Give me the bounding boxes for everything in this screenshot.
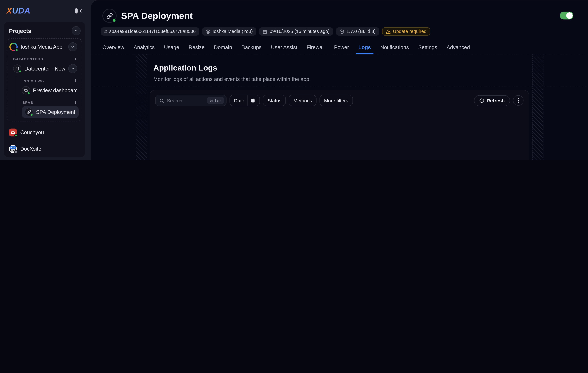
projects-collapse-button[interactable] bbox=[72, 26, 81, 35]
hatch-stripe-left bbox=[136, 54, 147, 160]
section-title: Application Logs bbox=[153, 63, 311, 72]
enter-key-hint: enter bbox=[207, 97, 224, 104]
tab-bar: Overview Analytics Usage Resize Domain B… bbox=[91, 40, 588, 54]
divider bbox=[247, 95, 248, 106]
tab-firewall[interactable]: Firewall bbox=[306, 44, 325, 50]
status-dot-green bbox=[27, 91, 30, 95]
sidebar-item-ioshka-media-app[interactable]: Ioshka Media App bbox=[9, 41, 77, 53]
sidebar-item-datacenter[interactable]: Datacenter - New Y... bbox=[9, 63, 77, 75]
docxsite-logo-icon: DOCX SITE bbox=[9, 145, 17, 153]
calendar-icon bbox=[251, 98, 255, 103]
tab-backups[interactable]: Backups bbox=[242, 44, 262, 50]
app-id-badge: # spa4e991fce0061147f153ef05a778a8506 bbox=[101, 27, 199, 36]
panel-menu-button[interactable] bbox=[513, 95, 523, 106]
sidebar: XUDA Projects Ioshka Media App bbox=[0, 0, 91, 160]
updated-date-badge: 09/16/2025 (16 minutes ago) bbox=[259, 27, 333, 36]
user-icon bbox=[205, 29, 210, 34]
sidebar-item-spa-deployment[interactable]: SPA Deployment bbox=[22, 106, 79, 118]
link-icon bbox=[25, 108, 33, 116]
hash-icon: # bbox=[104, 29, 107, 34]
tab-user-assist[interactable]: User Assist bbox=[271, 44, 297, 50]
update-required-badge: Update required bbox=[382, 27, 430, 36]
chevron-down-icon bbox=[71, 66, 75, 71]
tab-advanced[interactable]: Advanced bbox=[447, 44, 470, 50]
project-avatar bbox=[9, 43, 18, 51]
preview-windows-icon bbox=[22, 86, 30, 94]
tab-resize[interactable]: Resize bbox=[189, 44, 205, 50]
calendar-icon bbox=[262, 29, 267, 34]
status-dot-gray bbox=[14, 150, 18, 153]
app-header: SPA Deployment bbox=[91, 0, 588, 27]
owner-badge: Ioshka Media (You) bbox=[202, 27, 256, 36]
methods-filter-button[interactable]: Methods bbox=[289, 95, 316, 106]
collapse-bar-icon bbox=[75, 8, 78, 13]
status-dot-green bbox=[30, 113, 33, 117]
sidebar-item-docxsite[interactable]: DOCX SITE DocXsite bbox=[7, 144, 82, 154]
refresh-icon bbox=[479, 98, 484, 103]
spa-deployment-label: SPA Deployment bbox=[36, 109, 76, 115]
badge-row: # spa4e991fce0061147f153ef05a778a8506 Io… bbox=[91, 27, 588, 36]
version-badge: 1.7.0 (Build 8) bbox=[336, 27, 379, 36]
datacenters-count: 1 bbox=[74, 57, 76, 61]
tab-analytics[interactable]: Analytics bbox=[134, 44, 155, 50]
sidebar-item-couchyou[interactable]: Couchyou bbox=[7, 127, 82, 137]
datacenter-collapse-button[interactable] bbox=[68, 64, 77, 73]
link-icon bbox=[102, 9, 117, 23]
refresh-button[interactable]: Refresh bbox=[474, 95, 510, 106]
couchyou-logo-icon bbox=[9, 128, 17, 136]
project-group-ioshka: Ioshka Media App DATACENTERS 1 Datacente… bbox=[7, 38, 82, 121]
section-subtitle: Monitor logs of all actions and events t… bbox=[153, 76, 311, 82]
section-divider bbox=[91, 87, 588, 87]
status-dot-green bbox=[18, 70, 22, 73]
kebab-icon bbox=[518, 98, 519, 103]
project-collapse-button[interactable] bbox=[68, 42, 77, 51]
datacenters-section-label: DATACENTERS 1 bbox=[9, 53, 77, 63]
chevron-down-icon bbox=[74, 29, 78, 33]
toggle-knob bbox=[566, 12, 573, 19]
previews-section-label: PREVIEWS 1 bbox=[22, 75, 77, 84]
app-power-toggle[interactable] bbox=[560, 11, 573, 20]
preview-dashboard-label: Preview dashboard bbox=[33, 87, 77, 93]
status-dot-green bbox=[14, 134, 18, 137]
spas-section-label: SPAS 1 bbox=[22, 96, 77, 106]
database-icon bbox=[13, 64, 21, 73]
datacenter-name: Datacenter - New Y... bbox=[24, 66, 65, 71]
tab-usage[interactable]: Usage bbox=[164, 44, 179, 50]
previews-count: 1 bbox=[74, 78, 76, 83]
spas-count: 1 bbox=[74, 100, 76, 105]
page-title: SPA Deployment bbox=[102, 9, 588, 23]
tab-domain[interactable]: Domain bbox=[214, 44, 232, 50]
status-dot-green bbox=[112, 18, 116, 22]
docxsite-label: DocXsite bbox=[20, 146, 80, 152]
sidebar-item-preview-dashboard[interactable]: Preview dashboard bbox=[22, 84, 77, 96]
main-content: SPA Deployment # spa4e991fce0061147f153e… bbox=[91, 0, 588, 160]
chevron-left-icon bbox=[78, 8, 83, 13]
status-dot-green bbox=[15, 48, 18, 52]
more-filters-button[interactable]: More filters bbox=[320, 95, 353, 106]
warning-icon bbox=[386, 29, 391, 34]
chevron-down-icon bbox=[71, 45, 75, 49]
sidebar-collapse-button[interactable] bbox=[75, 8, 83, 13]
tab-logs[interactable]: Logs bbox=[358, 44, 371, 50]
filter-bar: enter Date Status Methods More filters R… bbox=[150, 90, 529, 106]
tab-power[interactable]: Power bbox=[334, 44, 349, 50]
datacenter-children: PREVIEWS 1 Preview dashboard SPAS 1 bbox=[16, 75, 77, 118]
projects-title: Projects bbox=[9, 28, 31, 34]
search-input[interactable] bbox=[167, 98, 204, 103]
app-root: XUDA Projects Ioshka Media App bbox=[0, 0, 588, 160]
tab-notifications[interactable]: Notifications bbox=[380, 44, 409, 50]
date-filter-button[interactable]: Date bbox=[230, 95, 260, 106]
search-box[interactable]: enter bbox=[155, 95, 227, 106]
projects-card: Projects Ioshka Media App DATACENTERS 1 bbox=[4, 22, 85, 157]
hatch-stripe-right bbox=[532, 54, 543, 160]
logs-panel: enter Date Status Methods More filters R… bbox=[150, 90, 529, 160]
tab-settings[interactable]: Settings bbox=[418, 44, 437, 50]
couchyou-label: Couchyou bbox=[20, 129, 80, 135]
search-icon bbox=[159, 98, 164, 103]
logs-content: Application Logs Monitor logs of all act… bbox=[91, 54, 588, 160]
xuda-logo: XUDA bbox=[6, 6, 31, 16]
package-icon bbox=[339, 29, 344, 34]
status-filter-button[interactable]: Status bbox=[263, 95, 286, 106]
tab-overview[interactable]: Overview bbox=[102, 44, 124, 50]
project-name: Ioshka Media App bbox=[21, 44, 65, 50]
